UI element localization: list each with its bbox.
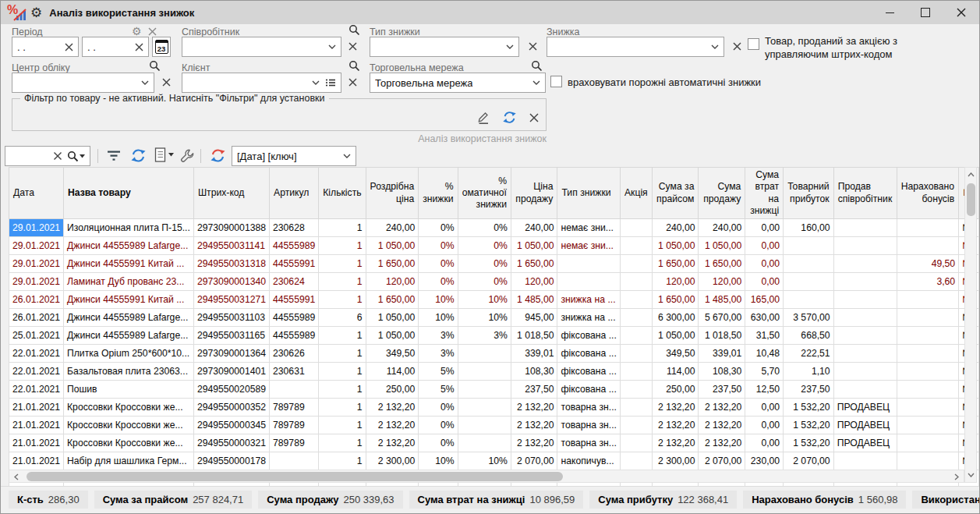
column-header[interactable]: Дата xyxy=(9,168,64,219)
cell[interactable]: Джинси 44555989 Lafarge... xyxy=(64,327,194,345)
cell[interactable]: 0% xyxy=(458,255,511,273)
cell[interactable]: 0% xyxy=(419,219,458,237)
scroll-left-icon[interactable] xyxy=(10,471,23,482)
cell[interactable]: 21.01.2021 xyxy=(9,417,64,434)
column-header[interactable]: Роздрібна ціна xyxy=(366,168,419,219)
cell[interactable]: 21.01.2021 xyxy=(9,434,64,452)
clear-filter-button[interactable] xyxy=(529,112,540,126)
cell[interactable]: 3 570,00 xyxy=(784,309,834,327)
cell[interactable]: 12,50 xyxy=(745,381,784,399)
maximize-button[interactable] xyxy=(907,1,943,24)
column-header[interactable]: % знижки xyxy=(419,168,458,219)
refresh-filter-button[interactable] xyxy=(502,110,517,128)
cell[interactable]: фіксована ... xyxy=(557,327,621,345)
cell[interactable] xyxy=(557,255,621,273)
table-row[interactable]: 29.01.2021Джинси 44555991 Китай ...29495… xyxy=(9,255,979,273)
cell[interactable] xyxy=(620,291,652,309)
cell[interactable]: 250,00 xyxy=(652,381,699,399)
cell[interactable] xyxy=(620,345,652,363)
cell[interactable] xyxy=(897,291,959,309)
cell[interactable] xyxy=(458,345,511,363)
cell[interactable]: 1,10 xyxy=(784,363,834,381)
column-header[interactable]: Акція xyxy=(620,168,652,219)
cell[interactable]: 339,01 xyxy=(511,345,557,363)
cell[interactable]: 0,00 xyxy=(745,434,784,452)
cell[interactable]: 237,50 xyxy=(699,381,745,399)
cell[interactable]: 2949550000321 xyxy=(193,434,269,452)
cell[interactable]: 1 xyxy=(319,291,366,309)
cell[interactable]: 108,30 xyxy=(511,363,557,381)
cell[interactable] xyxy=(620,417,652,434)
column-header[interactable]: Продав співробітник xyxy=(833,168,897,219)
cell[interactable]: 1 485,00 xyxy=(699,291,745,309)
cell[interactable]: Джинси 44555989 Lafarge... xyxy=(64,309,194,327)
clear-icon[interactable] xyxy=(135,43,143,51)
cell[interactable]: 1 xyxy=(319,255,366,273)
cell[interactable]: 237,50 xyxy=(511,381,557,399)
column-header[interactable]: Назва товару xyxy=(64,168,194,219)
cell[interactable]: 0% xyxy=(458,219,511,237)
cell[interactable]: 2 132,20 xyxy=(652,399,699,417)
cell[interactable] xyxy=(270,381,319,399)
discount-type-clear-icon[interactable] xyxy=(528,41,538,51)
cell[interactable]: 630,00 xyxy=(745,309,784,327)
cell[interactable]: 2949550000345 xyxy=(193,417,269,434)
cell[interactable] xyxy=(458,417,511,434)
cell[interactable]: 1 018,50 xyxy=(699,327,745,345)
cell[interactable]: 1 532,20 xyxy=(784,434,834,452)
cell[interactable]: 5% xyxy=(419,381,458,399)
cell[interactable]: 165,00 xyxy=(745,291,784,309)
cell[interactable] xyxy=(270,452,319,470)
cell[interactable]: 120,00 xyxy=(366,273,419,291)
cell[interactable]: фіксована ... xyxy=(557,381,621,399)
cell[interactable] xyxy=(897,219,959,237)
cell[interactable]: 349,50 xyxy=(652,345,699,363)
column-header[interactable]: Тип знижки xyxy=(557,168,621,219)
cell[interactable] xyxy=(458,434,511,452)
cell[interactable]: 1 650,00 xyxy=(511,255,557,273)
cell[interactable]: 789789 xyxy=(270,399,319,417)
cell[interactable]: 1 xyxy=(319,417,366,434)
empty-auto-discounts-checkbox[interactable] xyxy=(550,76,562,87)
cell[interactable]: 29.01.2021 xyxy=(9,255,64,273)
cell[interactable]: 22.01.2021 xyxy=(9,363,64,381)
cell[interactable] xyxy=(784,273,834,291)
cell[interactable]: 0,00 xyxy=(745,273,784,291)
cell[interactable] xyxy=(833,273,897,291)
cell[interactable]: 0% xyxy=(419,237,458,255)
cell[interactable]: 29.01.2021 xyxy=(9,219,64,237)
cell[interactable]: 10% xyxy=(458,309,511,327)
cell[interactable]: 2 132,20 xyxy=(699,434,745,452)
cell[interactable]: 2973090001364 xyxy=(193,345,269,363)
cell[interactable]: 114,00 xyxy=(652,363,699,381)
cell[interactable] xyxy=(620,237,652,255)
cell[interactable]: 1 xyxy=(319,434,366,452)
empty-auto-discounts-checkbox-label[interactable]: враховувати порожні автоматичні знижки xyxy=(568,76,761,90)
cell[interactable]: Пошив xyxy=(64,381,194,399)
cell[interactable]: Джинси 44555991 Китай ... xyxy=(64,255,194,273)
cell[interactable]: 25.01.2021 xyxy=(9,327,64,345)
cell[interactable]: 2949550000178 xyxy=(193,452,269,470)
cell[interactable]: 2 070,00 xyxy=(784,452,834,470)
cell[interactable]: 1 050,00 xyxy=(366,327,419,345)
cell[interactable]: 1 050,00 xyxy=(366,237,419,255)
cell[interactable]: 2 070,00 xyxy=(511,452,557,470)
cell[interactable]: 230628 xyxy=(270,219,319,237)
cell[interactable]: 1 xyxy=(319,327,366,345)
cell[interactable]: знижка на ... xyxy=(557,309,621,327)
cell[interactable]: 230624 xyxy=(270,273,319,291)
cell[interactable]: Кроссовки Кроссовки же... xyxy=(64,417,194,434)
cell[interactable]: 21.01.2021 xyxy=(9,399,64,417)
client-select[interactable] xyxy=(182,73,341,93)
cell[interactable] xyxy=(620,309,652,327)
cell[interactable] xyxy=(458,381,511,399)
column-header[interactable]: Нараховано бонусів xyxy=(897,168,959,219)
table-row[interactable]: 29.01.2021Изоляционная плита П-15...2973… xyxy=(9,219,979,237)
cell[interactable]: 29.01.2021 xyxy=(9,273,64,291)
settings-button[interactable] xyxy=(179,148,194,163)
employee-search-icon[interactable] xyxy=(348,24,360,36)
search-clear-icon[interactable] xyxy=(53,151,62,161)
sort-order-select[interactable]: [Дата] [ключ] xyxy=(232,146,356,166)
close-button[interactable] xyxy=(943,1,979,24)
cell[interactable] xyxy=(897,345,959,363)
